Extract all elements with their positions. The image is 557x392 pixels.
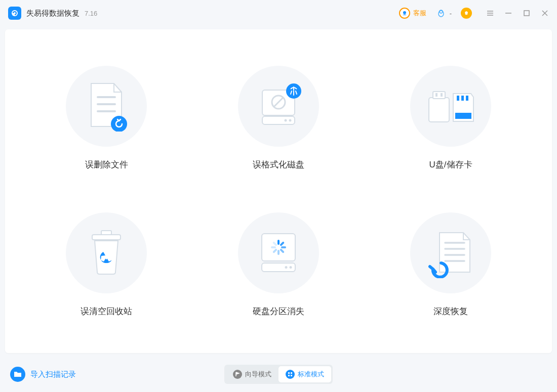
tile-recycle-bin[interactable]: 误清空回收站 (35, 201, 177, 328)
tile-label: 深度恢复 (433, 306, 468, 317)
grid-icon (286, 370, 295, 379)
qq-icon (435, 8, 447, 19)
svg-rect-32 (262, 234, 295, 261)
svg-point-1 (403, 11, 406, 14)
standard-mode-label: 标准模式 (298, 370, 324, 379)
file-undo-icon (66, 66, 147, 147)
svg-rect-23 (433, 92, 445, 99)
svg-rect-51 (291, 375, 292, 376)
tile-deleted-files[interactable]: 误删除文件 (35, 55, 177, 181)
titlebar: 失易得数据恢复 7.16 客服 - (0, 0, 557, 26)
close-button[interactable] (541, 9, 549, 17)
svg-point-20 (289, 119, 292, 121)
svg-rect-27 (461, 96, 464, 101)
svg-rect-22 (429, 98, 449, 122)
svg-rect-48 (288, 372, 290, 374)
mode-toggle: 向导模式 标准模式 (224, 365, 333, 384)
svg-rect-49 (291, 372, 292, 374)
tile-formatted-disk[interactable]: 误格式化磁盘 (208, 55, 349, 181)
svg-rect-26 (457, 96, 459, 101)
app-title: 失易得数据恢复 (26, 9, 79, 18)
import-scan-button[interactable]: 导入扫描记录 (10, 367, 76, 382)
svg-rect-30 (101, 231, 111, 235)
titlebar-left: 失易得数据恢复 7.16 (8, 7, 97, 20)
svg-rect-50 (288, 375, 290, 376)
svg-point-0 (12, 10, 18, 16)
svg-rect-25 (441, 93, 443, 97)
tile-label: 硬盘分区消失 (253, 306, 304, 317)
customer-service-button[interactable]: 客服 (399, 8, 426, 19)
wizard-mode-button[interactable]: 向导模式 (226, 366, 278, 382)
svg-rect-28 (466, 96, 468, 101)
import-label: 导入扫描记录 (30, 370, 76, 379)
recycle-bin-icon (66, 212, 147, 293)
app-version: 7.16 (85, 10, 97, 17)
flag-icon (233, 370, 242, 379)
svg-rect-31 (92, 235, 121, 240)
minimize-button[interactable] (504, 9, 512, 17)
tile-deep-recovery[interactable]: 深度恢复 (380, 201, 522, 328)
svg-point-42 (285, 266, 288, 269)
tile-label: 误清空回收站 (81, 306, 132, 317)
customer-service-label: 客服 (413, 9, 426, 18)
svg-rect-24 (435, 93, 437, 97)
menu-button[interactable] (486, 9, 494, 17)
svg-rect-29 (455, 113, 471, 119)
tile-label: 误格式化磁盘 (253, 159, 304, 170)
tile-partition-lost[interactable]: 硬盘分区消失 (208, 201, 349, 328)
folder-icon (10, 367, 25, 382)
deep-recover-icon (410, 212, 491, 293)
disk-loading-icon (238, 212, 319, 293)
standard-mode-button[interactable]: 标准模式 (278, 366, 331, 382)
disk-clean-icon (238, 66, 319, 147)
shield-icon (461, 8, 472, 19)
maximize-button[interactable] (523, 9, 531, 17)
footer: 导入扫描记录 向导模式 标准模式 (0, 357, 557, 392)
qq-label: - (450, 10, 452, 17)
svg-point-43 (290, 266, 292, 269)
qq-button[interactable]: - (435, 8, 452, 19)
svg-point-14 (111, 116, 127, 132)
titlebar-right: 客服 - (399, 8, 549, 19)
recovery-options-grid: 误删除文件 误格式化磁盘 (35, 55, 522, 328)
svg-rect-8 (524, 11, 529, 16)
tile-label: U盘/储存卡 (429, 159, 472, 170)
app-logo-icon (8, 7, 21, 20)
tile-usb-sdcard[interactable]: U盘/储存卡 (380, 55, 522, 181)
svg-point-19 (285, 119, 287, 121)
headset-icon (399, 8, 410, 19)
wizard-mode-label: 向导模式 (245, 370, 271, 379)
usb-sdcard-icon (410, 66, 491, 147)
vip-button[interactable] (461, 8, 472, 19)
tile-label: 误删除文件 (85, 159, 128, 170)
window-controls (486, 9, 549, 17)
main-panel: 误删除文件 误格式化磁盘 (5, 29, 552, 353)
